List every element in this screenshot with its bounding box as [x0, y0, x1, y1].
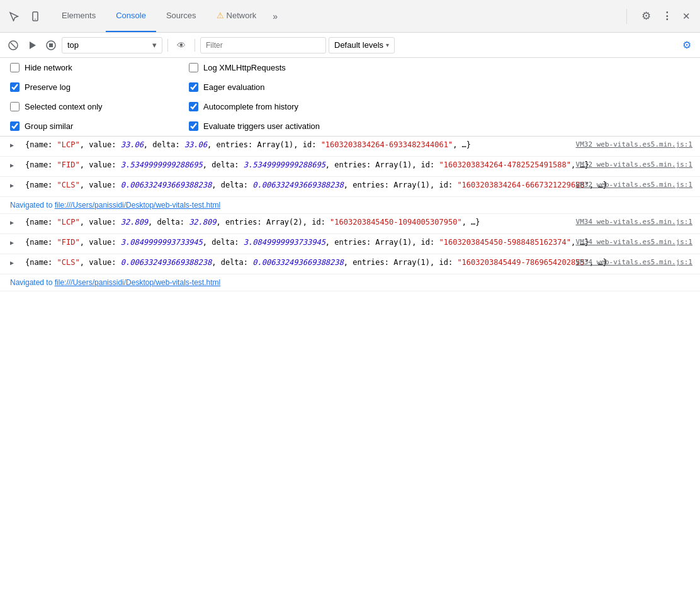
tab-console[interactable]: Console	[106, 0, 156, 32]
expand-arrow-icon[interactable]: ▶	[10, 218, 18, 225]
entry-part: , delta:	[212, 258, 252, 267]
settings-btn[interactable]: ⚙	[637, 8, 655, 25]
console-toolbar: top ▾ 👁 Default levels ▾ ⚙	[0, 33, 700, 58]
filter-input[interactable]	[200, 37, 326, 53]
context-value: top	[67, 40, 79, 50]
entry-part: "1603203834264-6667321229688"	[457, 181, 589, 189]
settings-row-2: Preserve log Eager evaluation	[0, 77, 700, 97]
context-select[interactable]: top ▾	[62, 37, 162, 53]
levels-dropdown[interactable]: Default levels ▾	[329, 37, 395, 53]
entry-part: , delta:	[148, 218, 189, 227]
expand-arrow-icon[interactable]: ▶	[10, 238, 18, 245]
console-entry: ▶VM34 web-vitals.es5.min.js:1{name: "LCP…	[0, 214, 700, 234]
toolbar-divider2	[195, 39, 195, 52]
entry-part: 0.006332493669388238	[252, 258, 344, 267]
entry-part: , …}	[462, 218, 480, 227]
entry-part: , value:	[80, 238, 121, 247]
console-output: ▶VM32 web-vitals.es5.min.js:1{name: "LCP…	[0, 137, 700, 291]
settings-row-4: Group similar Evaluate triggers user act…	[0, 116, 700, 136]
log-xml-label: Log XMLHttpRequests	[203, 63, 286, 72]
entry-part: 0.006332493669388238	[121, 258, 212, 267]
mobile-icon-btn[interactable]	[26, 8, 44, 25]
stop-icon	[46, 40, 56, 50]
group-similar-option[interactable]: Group similar	[10, 121, 174, 131]
group-similar-checkbox[interactable]	[10, 121, 20, 131]
entry-content: {name: "LCP", value: 33.06, delta: 33.06…	[25, 140, 471, 149]
source-link[interactable]: VM34 web-vitals.es5.min.js:1	[576, 237, 692, 248]
settings-gear-blue-btn[interactable]: ⚙	[679, 37, 695, 53]
clear-icon	[8, 40, 18, 50]
entry-part: 3.0849999993733945	[244, 238, 325, 247]
settings-row-3: Selected context only Autocomplete from …	[0, 97, 700, 116]
entry-part: 33.06	[184, 140, 207, 149]
levels-chevron-icon: ▾	[386, 42, 389, 48]
more-tabs-btn[interactable]: »	[266, 11, 284, 21]
entry-part: 3.5349999999288695	[244, 160, 325, 169]
preserve-log-checkbox[interactable]	[10, 82, 20, 92]
autocomplete-label: Autocomplete from history	[203, 102, 298, 111]
eye-icon: 👁	[177, 40, 186, 50]
selected-ctx-option[interactable]: Selected context only	[10, 102, 174, 111]
entry-part: "CLS"	[57, 258, 80, 267]
expand-arrow-icon[interactable]: ▶	[10, 181, 18, 188]
console-entry: ▶VM34 web-vitals.es5.min.js:1{name: "FID…	[0, 234, 700, 254]
entry-part: , delta:	[144, 140, 184, 149]
entry-part: "1603203845450-1094005307950"	[330, 218, 462, 227]
entry-part: 32.809	[189, 218, 216, 227]
nav-url-link[interactable]: file:///Users/panissidi/Desktop/web-vita…	[55, 201, 220, 210]
tab-console-label: Console	[116, 11, 146, 20]
source-link[interactable]: VM34 web-vitals.es5.min.js:1	[576, 257, 692, 268]
log-xml-checkbox[interactable]	[189, 63, 198, 72]
selected-ctx-checkbox[interactable]	[10, 102, 20, 111]
close-devtools-btn[interactable]: ✕	[677, 8, 695, 25]
expand-arrow-icon[interactable]: ▶	[10, 160, 18, 168]
clear-console-btn[interactable]	[5, 37, 21, 53]
source-link[interactable]: VM32 web-vitals.es5.min.js:1	[576, 139, 692, 150]
preserve-log-label: Preserve log	[25, 82, 71, 92]
log-xml-option[interactable]: Log XMLHttpRequests	[189, 63, 353, 72]
entry-content: {name: "FID", value: 3.5349999999288695,…	[25, 160, 589, 169]
eye-btn[interactable]: 👁	[173, 37, 189, 53]
source-link[interactable]: VM34 web-vitals.es5.min.js:1	[576, 216, 692, 228]
more-options-btn[interactable]: ⋮	[657, 8, 675, 25]
eval-triggers-option[interactable]: Evaluate triggers user activation	[189, 121, 353, 131]
play-icon	[27, 40, 37, 50]
hide-network-checkbox[interactable]	[10, 63, 20, 72]
console-entry: ▶VM32 web-vitals.es5.min.js:1{name: "CLS…	[0, 177, 700, 197]
entry-part: , entries: Array(1), id:	[325, 160, 439, 169]
preserve-log-option[interactable]: Preserve log	[10, 82, 174, 92]
expand-arrow-icon[interactable]: ▶	[10, 140, 18, 148]
console-entry: ▶VM32 web-vitals.es5.min.js:1{name: "LCP…	[0, 137, 700, 157]
autocomplete-checkbox[interactable]	[189, 102, 198, 111]
cursor-icon-btn[interactable]	[5, 8, 23, 25]
entry-part: 0.006332493669388238	[121, 181, 212, 189]
stop-btn[interactable]	[43, 37, 59, 53]
hide-network-option[interactable]: Hide network	[10, 63, 174, 72]
expand-arrow-icon[interactable]: ▶	[10, 258, 18, 266]
tab-network[interactable]: ⚠ Network	[206, 0, 267, 32]
entry-part: "LCP"	[57, 140, 80, 149]
nav-url-link[interactable]: file:///Users/panissidi/Desktop/web-vita…	[55, 278, 220, 287]
entry-part: , entries: Array(2), id:	[216, 218, 330, 227]
entry-part: "1603203845449-7869654202855"	[457, 258, 589, 267]
tab-sources[interactable]: Sources	[156, 0, 206, 32]
tab-sources-label: Sources	[166, 11, 196, 20]
source-link[interactable]: VM32 web-vitals.es5.min.js:1	[576, 179, 692, 191]
play-btn[interactable]	[24, 37, 40, 53]
entry-part: 33.06	[121, 140, 144, 149]
eager-eval-checkbox[interactable]	[189, 82, 198, 92]
entry-part: , entries: Array(1), id:	[344, 181, 458, 189]
tab-list: Elements Console Sources ⚠ Network »	[52, 0, 621, 32]
eval-triggers-checkbox[interactable]	[189, 121, 198, 131]
source-link[interactable]: VM32 web-vitals.es5.min.js:1	[576, 159, 692, 171]
autocomplete-option[interactable]: Autocomplete from history	[189, 102, 353, 111]
settings-gear-icon: ⚙	[641, 9, 651, 23]
entry-part: 3.5349999999288695	[121, 160, 203, 169]
entry-content: {name: "LCP", value: 32.809, delta: 32.8…	[25, 218, 480, 227]
svg-point-1	[35, 18, 36, 20]
close-icon: ✕	[682, 11, 691, 22]
eager-eval-option[interactable]: Eager evaluation	[189, 82, 353, 92]
divider	[626, 9, 627, 24]
nav-text: Navigated to	[10, 278, 55, 287]
tab-elements[interactable]: Elements	[52, 0, 106, 32]
